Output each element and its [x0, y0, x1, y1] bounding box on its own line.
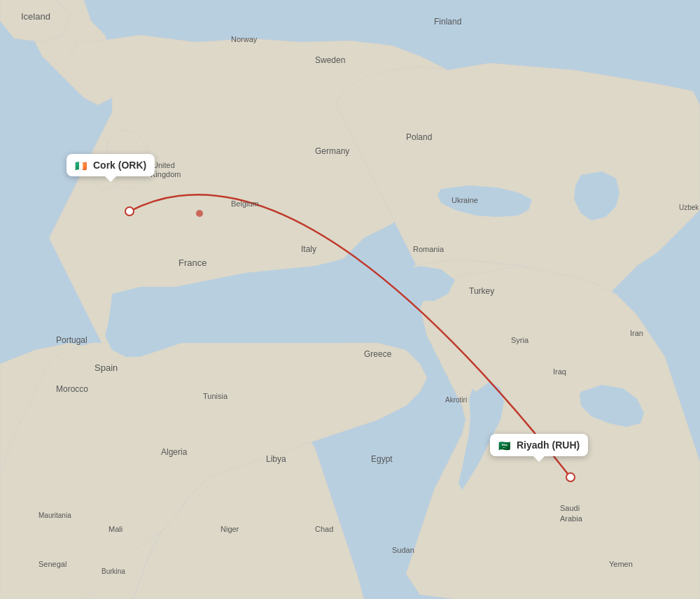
svg-text:Poland: Poland: [406, 132, 432, 142]
greece-label: Greece: [364, 349, 392, 359]
svg-text:Akrotiri: Akrotiri: [445, 396, 467, 404]
svg-text:Belgium: Belgium: [231, 199, 259, 208]
svg-text:Burkina: Burkina: [102, 568, 125, 575]
svg-text:Ukraine: Ukraine: [451, 196, 478, 204]
svg-text:Sudan: Sudan: [392, 546, 414, 554]
svg-text:Niger: Niger: [220, 525, 239, 533]
svg-text:Yemen: Yemen: [609, 560, 633, 568]
svg-text:Norway: Norway: [231, 35, 258, 43]
svg-text:Egypt: Egypt: [371, 454, 393, 464]
svg-text:United: United: [153, 161, 175, 169]
svg-text:Finland: Finland: [434, 17, 461, 27]
svg-text:Uzbek: Uzbek: [679, 204, 699, 211]
map-container: Iceland Finland Sweden Norway United Kin…: [0, 0, 700, 599]
svg-text:France: France: [178, 258, 206, 268]
svg-text:Senegal: Senegal: [38, 560, 66, 568]
svg-text:Iraq: Iraq: [553, 367, 566, 376]
svg-text:Arabia: Arabia: [560, 514, 583, 523]
svg-text:Kingdom: Kingdom: [150, 170, 181, 178]
svg-text:Spain: Spain: [94, 362, 118, 373]
svg-text:Italy: Italy: [301, 244, 316, 254]
svg-text:Mauritania: Mauritania: [38, 512, 71, 519]
svg-text:Germany: Germany: [315, 146, 349, 156]
svg-point-18: [196, 210, 203, 217]
svg-text:Iran: Iran: [630, 329, 643, 337]
svg-text:Mali: Mali: [108, 525, 122, 533]
svg-text:Romania: Romania: [413, 245, 444, 253]
svg-text:Algeria: Algeria: [161, 447, 188, 457]
svg-text:Morocco: Morocco: [56, 384, 88, 394]
svg-text:Syria: Syria: [511, 336, 529, 344]
svg-text:Sweden: Sweden: [315, 55, 345, 65]
svg-text:Turkey: Turkey: [469, 286, 494, 296]
svg-point-55: [566, 473, 575, 481]
iceland-label: Iceland: [21, 11, 50, 22]
svg-text:Portugal: Portugal: [56, 335, 88, 345]
svg-text:Chad: Chad: [315, 525, 333, 533]
svg-text:Libya: Libya: [266, 454, 286, 464]
map-svg: Iceland Finland Sweden Norway United Kin…: [0, 0, 700, 599]
svg-text:Tunisia: Tunisia: [203, 392, 228, 400]
svg-point-54: [125, 207, 134, 216]
svg-text:Saudi: Saudi: [560, 504, 580, 512]
